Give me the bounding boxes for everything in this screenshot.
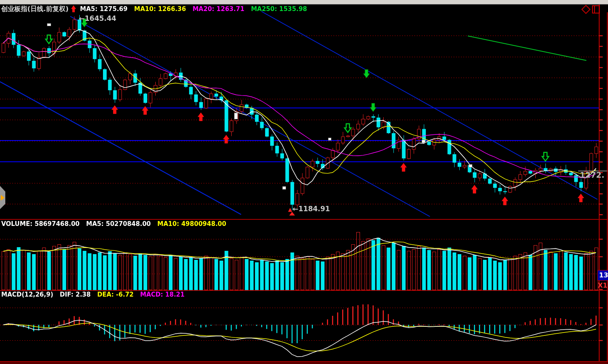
volume-scale-label: 13 bbox=[597, 270, 608, 281]
macd-params: MACD(12,26,9) bbox=[1, 291, 53, 298]
window-layout-icon[interactable] bbox=[592, 5, 600, 13]
ma10-readout: MA10: 1266.36 bbox=[134, 5, 186, 13]
chart-canvas[interactable] bbox=[0, 0, 608, 364]
low-price-label: ←1184.91 bbox=[293, 205, 330, 213]
dif-readout: DIF: 2.38 bbox=[60, 291, 91, 298]
volume-readout: VOLUME: 58697468.00 bbox=[1, 220, 80, 228]
low-marker-icon: ▲ bbox=[288, 206, 292, 212]
high-price-label: ←1645.44 bbox=[79, 14, 116, 22]
main-chart-header: 创业板指(日线.前复权)MA5: 1275.69MA10: 1266.36MA2… bbox=[1, 4, 314, 13]
up-arrow-icon bbox=[71, 5, 76, 12]
current-price-tag: 1272. bbox=[580, 170, 604, 179]
macd-readout: MACD: 18.21 bbox=[140, 291, 185, 298]
volume-ma5-readout: MA5: 50270848.00 bbox=[86, 220, 151, 228]
status-bar bbox=[0, 361, 608, 364]
volume-pane-separator bbox=[0, 219, 608, 220]
volume-header: VOLUME: 58697468.00MA5: 50270848.00MA10:… bbox=[1, 220, 233, 228]
macd-header: MACD(12,26,9)DIF: 2.38DEA: -6.72MACD: 18… bbox=[1, 291, 191, 298]
low-price-annotation: ▲←1184.91 bbox=[288, 205, 330, 213]
volume-ma10-readout: MA10: 49800948.00 bbox=[157, 220, 226, 228]
ma5-readout: MA5: 1275.69 bbox=[80, 5, 128, 13]
instrument-title[interactable]: 创业板指(日线.前复权) bbox=[1, 5, 69, 13]
ma20-readout: MA20: 1263.71 bbox=[192, 5, 244, 13]
volume-multiplier-label: X1 bbox=[598, 281, 607, 289]
dea-readout: DEA: -6.72 bbox=[97, 291, 134, 298]
ma250-readout: MA250: 1535.98 bbox=[251, 5, 307, 13]
stock-chart-app: 创业板指(日线.前复权)MA5: 1275.69MA10: 1266.36MA2… bbox=[0, 0, 608, 364]
